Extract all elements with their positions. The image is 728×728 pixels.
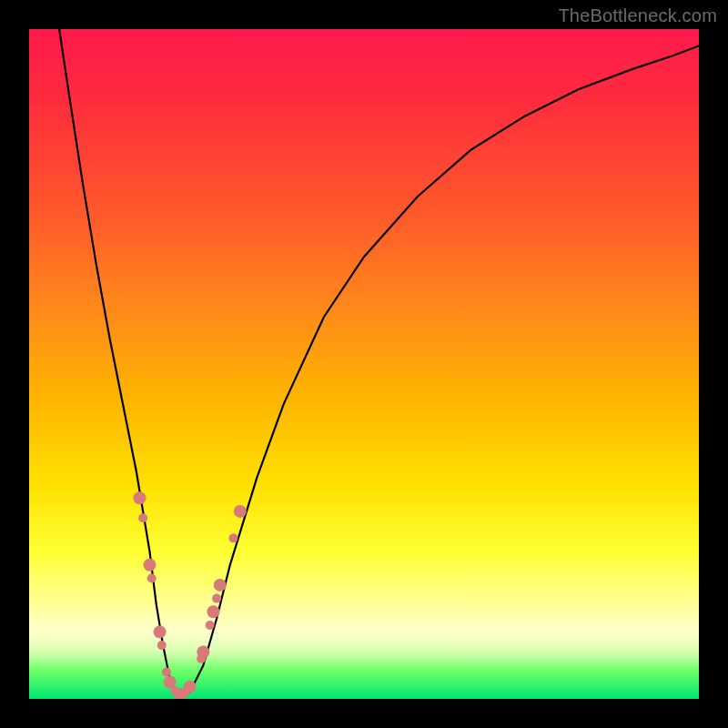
marker-point <box>184 681 197 693</box>
marker-point <box>214 579 227 592</box>
marker-point <box>212 594 221 603</box>
marker-point <box>207 605 219 618</box>
marker-point <box>133 491 146 504</box>
marker-point <box>197 645 209 658</box>
watermark-text: TheBottleneck.com <box>558 5 717 26</box>
marker-point <box>154 625 167 638</box>
marker-point <box>138 513 147 522</box>
marker-point <box>143 559 156 571</box>
marker-point <box>234 505 247 518</box>
bottleneck-curve <box>59 29 699 695</box>
marker-point <box>162 668 171 677</box>
marker-point <box>157 641 167 650</box>
highlight-markers <box>133 491 246 699</box>
chart-svg <box>29 29 699 699</box>
marker-point <box>206 621 215 630</box>
marker-point <box>228 533 238 542</box>
marker-point <box>147 574 157 583</box>
plot-area <box>29 29 699 699</box>
outer-frame: TheBottleneck.com <box>0 0 728 728</box>
